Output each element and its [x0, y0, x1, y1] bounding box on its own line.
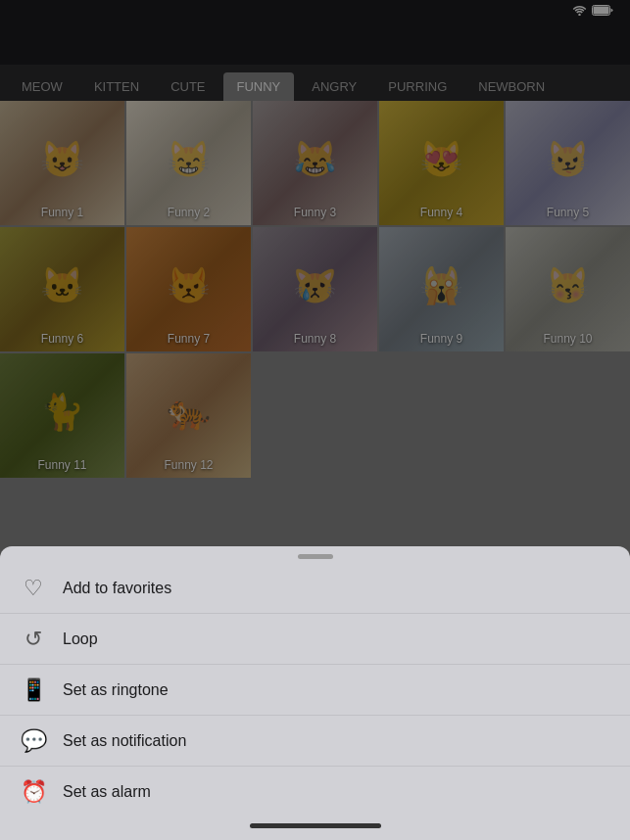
loop-icon: ↺ — [20, 626, 47, 653]
ringtone-icon: 📱 — [20, 677, 47, 704]
sheet-handle — [298, 554, 333, 559]
ringtone-label: Set as ringtone — [63, 681, 169, 699]
favorites-label: Add to favorites — [63, 580, 171, 597]
sheet-item-notification[interactable]: 💬Set as notification — [0, 716, 630, 767]
sheet-item-alarm[interactable]: ⏰Set as alarm — [0, 767, 630, 817]
alarm-label: Set as alarm — [63, 783, 151, 801]
sheet-item-favorites[interactable]: ♡Add to favorites — [0, 563, 630, 614]
favorites-icon: ♡ — [20, 575, 47, 602]
home-indicator — [250, 823, 381, 828]
sheet-item-loop[interactable]: ↺Loop — [0, 614, 630, 665]
loop-label: Loop — [63, 630, 98, 648]
alarm-icon: ⏰ — [20, 778, 47, 806]
notification-icon: 💬 — [20, 727, 47, 755]
notification-label: Set as notification — [63, 732, 186, 750]
sheet-item-ringtone[interactable]: 📱Set as ringtone — [0, 665, 630, 716]
bottom-sheet: ♡Add to favorites↺Loop📱Set as ringtone💬S… — [0, 546, 630, 840]
